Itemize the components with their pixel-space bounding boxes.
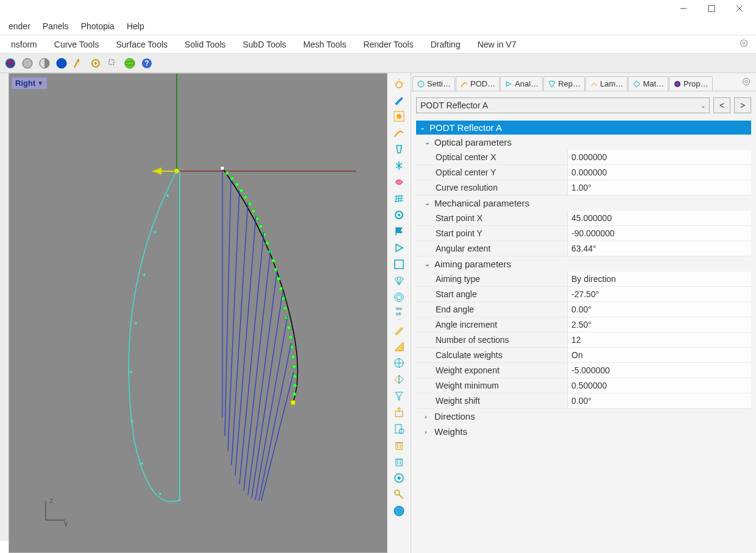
sun-square-icon[interactable] (390, 108, 408, 124)
maximize-button[interactable] (698, 0, 726, 17)
tab-transform[interactable]: nsform (2, 37, 46, 52)
svg-text:?: ? (144, 59, 149, 68)
sun-icon[interactable] (390, 76, 408, 91)
gear-yellow-icon[interactable] (88, 55, 104, 71)
close-button[interactable] (726, 0, 754, 17)
property-row: Angle increment2.50° (416, 317, 751, 333)
svg-point-49 (283, 306, 287, 310)
pencil-orange-icon[interactable] (390, 322, 408, 338)
sphere-gray-icon[interactable] (19, 55, 35, 71)
trash-orange-icon[interactable] (390, 437, 408, 453)
arc-orange-icon[interactable] (390, 125, 408, 141)
panel-gear-icon[interactable] (737, 74, 756, 91)
mirror-icon[interactable] (390, 158, 408, 174)
group-header[interactable]: ›Weights (416, 424, 751, 439)
crop-icon[interactable] (105, 55, 121, 71)
group-header[interactable]: ⌄Aiming parameters (416, 256, 751, 272)
property-row: Start angle-27.50° (416, 287, 751, 302)
reflect-icon[interactable] (390, 372, 408, 387)
reflector-select[interactable]: PODT Reflector A ⌄ (416, 97, 710, 113)
property-value[interactable]: -90.000000 (567, 226, 751, 241)
play-icon[interactable] (390, 240, 408, 256)
tab-subd-tools[interactable]: SubD Tools (235, 37, 295, 52)
reflector-select-value: PODT Reflector A (420, 100, 488, 110)
group-header[interactable]: ⌄Optical parameters (416, 135, 751, 150)
gear-blue-icon[interactable] (390, 207, 408, 223)
globe-icon[interactable] (390, 503, 408, 519)
next-button[interactable]: > (734, 97, 751, 113)
tab-solid-tools[interactable]: Solid Tools (176, 37, 234, 52)
property-value[interactable]: 0.000000 (567, 150, 751, 164)
ptab-materials[interactable]: Mat… (628, 76, 668, 91)
shell-icon[interactable] (390, 174, 408, 190)
ptab-properties[interactable]: Prop… (669, 76, 712, 91)
fan-icon[interactable] (390, 273, 408, 289)
property-value[interactable]: On (567, 348, 751, 362)
tab-new-v7[interactable]: New in V7 (469, 37, 525, 52)
target-icon[interactable] (390, 355, 408, 371)
chevron-down-icon: ⌄ (425, 199, 432, 207)
property-value[interactable]: 0.000000 (567, 165, 751, 180)
edit-icon[interactable] (390, 92, 408, 108)
property-value[interactable]: -27.50° (567, 287, 751, 301)
ptab-report[interactable]: Rep… (543, 76, 585, 91)
ptab-settings[interactable]: Setti… (412, 76, 455, 91)
property-value[interactable]: 1.00° (567, 180, 751, 195)
property-row: Start point Y-90.000000 (416, 226, 751, 241)
tab-surface-tools[interactable]: Surface Tools (107, 37, 176, 52)
property-value[interactable]: 0.500000 (567, 378, 751, 393)
key-icon[interactable] (390, 487, 408, 502)
menu-help[interactable]: Help (121, 19, 150, 33)
square-icon[interactable] (390, 256, 408, 272)
trash-blue-icon[interactable] (390, 454, 408, 470)
tab-settings-gear-icon[interactable] (739, 38, 754, 50)
triangle-orange-icon[interactable] (390, 339, 408, 354)
tab-curve-tools[interactable]: Curve Tools (46, 37, 108, 52)
tab-render-tools[interactable]: Render Tools (355, 37, 422, 52)
prev-button[interactable]: < (713, 97, 730, 113)
help-icon[interactable]: ? (139, 55, 155, 71)
svg-point-44 (272, 259, 275, 262)
funnel-icon[interactable] (390, 388, 408, 404)
polar-icon[interactable] (390, 289, 408, 305)
property-value[interactable]: 2.50° (567, 317, 751, 332)
arc-icon (460, 80, 468, 88)
property-value[interactable]: 63.44° (567, 241, 751, 256)
grid-icon[interactable] (390, 191, 408, 206)
property-value[interactable]: By direction (567, 272, 751, 286)
settings-icon[interactable] (390, 470, 408, 486)
tab-drafting[interactable]: Drafting (422, 37, 469, 52)
tree-root[interactable]: ⌄ PODT Reflector A (416, 121, 751, 135)
ies-ldt-icon[interactable]: iesldt→ (390, 306, 408, 322)
menu-photopia[interactable]: Photopia (75, 19, 121, 33)
sphere-blue-icon[interactable] (54, 55, 69, 71)
menu-panels[interactable]: Panels (37, 19, 75, 33)
viewport-right[interactable]: Right ▼ (9, 73, 387, 553)
sphere-half-icon[interactable] (37, 55, 52, 71)
svg-line-78 (394, 82, 395, 83)
property-value[interactable]: 0.00° (567, 302, 751, 317)
ptab-podt[interactable]: POD… (456, 76, 500, 91)
export-icon[interactable] (390, 404, 408, 420)
property-value[interactable]: 45.000000 (567, 211, 751, 225)
property-label: Start point X (416, 211, 567, 225)
property-value[interactable]: 0.00° (567, 393, 751, 408)
property-value[interactable]: -5.000000 (567, 363, 751, 378)
minimize-button[interactable] (669, 0, 698, 17)
sphere-multicolor-icon[interactable] (2, 55, 18, 71)
menu-render[interactable]: ender (2, 19, 37, 33)
svg-rect-1 (708, 5, 715, 12)
group-header[interactable]: ›Directions (416, 409, 751, 424)
svg-rect-95 (396, 443, 402, 449)
ptab-analysis[interactable]: Anal… (500, 76, 543, 91)
globe-green-icon[interactable] (122, 55, 138, 71)
flag-icon[interactable] (390, 224, 408, 239)
extrude-icon[interactable] (390, 141, 408, 157)
tab-mesh-tools[interactable]: Mesh Tools (295, 37, 355, 52)
property-value[interactable]: 12 (567, 333, 751, 347)
ptab-lamp[interactable]: Lam… (585, 76, 627, 91)
svg-point-42 (266, 241, 269, 245)
doc-gear-icon[interactable] (390, 421, 408, 437)
group-header[interactable]: ⌄Mechanical parameters (416, 195, 751, 211)
sweep-icon[interactable] (71, 55, 87, 71)
